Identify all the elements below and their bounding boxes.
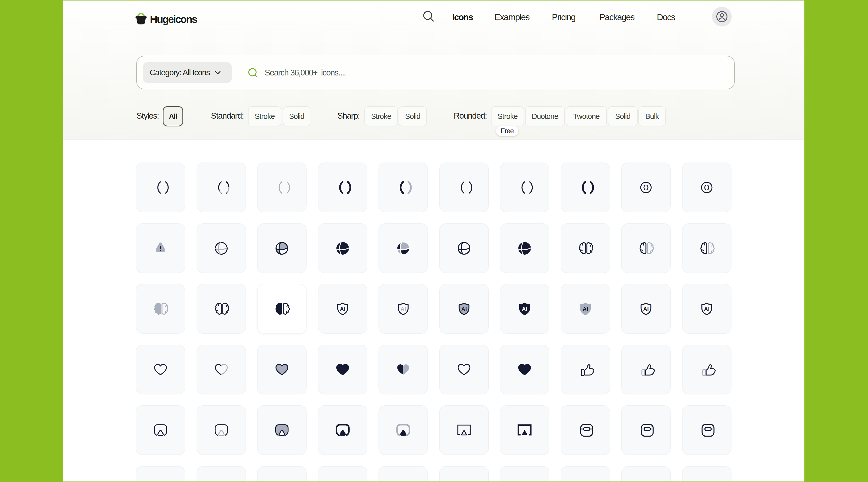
svg-text:AI: AI	[643, 306, 649, 312]
svg-text:AI: AI	[583, 306, 588, 312]
svg-text:AI: AI	[461, 306, 467, 312]
svg-text:AI: AI	[704, 306, 710, 312]
svg-text:AI: AI	[522, 306, 527, 312]
svg-text:AI: AI	[400, 306, 406, 312]
svg-text:AI: AI	[340, 306, 345, 312]
